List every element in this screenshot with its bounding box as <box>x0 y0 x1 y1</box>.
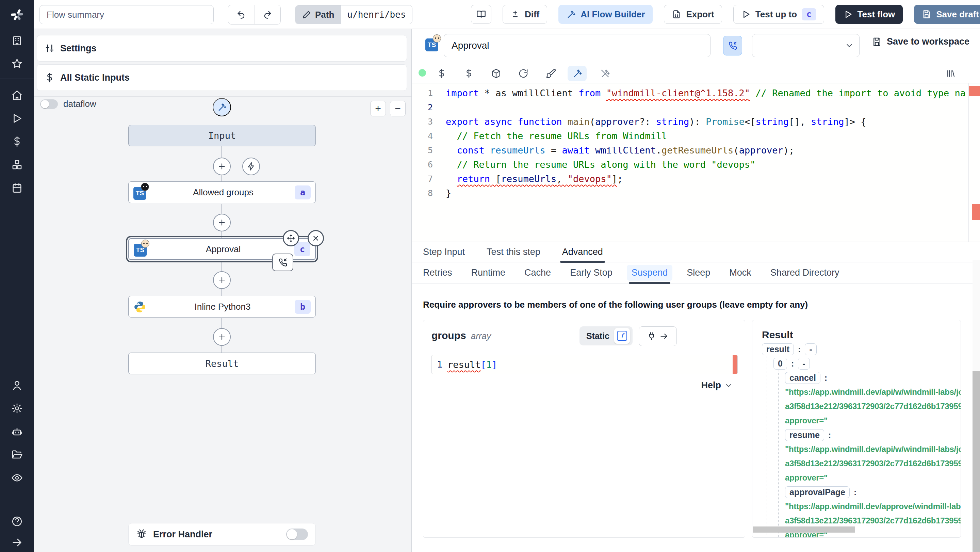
help-expander[interactable]: Help <box>701 380 733 391</box>
add-step-button[interactable] <box>213 271 231 289</box>
ai-flow-builder-button[interactable]: AI Flow Builder <box>558 5 653 24</box>
error-handler-toggle[interactable] <box>286 528 308 540</box>
result-horizontal-scrollbar[interactable] <box>753 527 855 533</box>
dataflow-toggle[interactable] <box>40 99 58 109</box>
help-circle-icon[interactable] <box>0 510 34 533</box>
move-step-button[interactable] <box>283 230 299 247</box>
ai-wand-off-icon[interactable] <box>595 66 614 81</box>
suspend-phone-indicator[interactable] <box>272 253 293 271</box>
code-line[interactable]: 8} <box>412 186 980 200</box>
subtab-retries[interactable]: Retries <box>423 262 452 283</box>
docs-button[interactable] <box>471 5 492 24</box>
all-static-inputs-button[interactable]: All Static Inputs <box>37 64 407 91</box>
collapse-button[interactable]: - <box>798 358 810 370</box>
json-key[interactable]: 0 <box>773 358 787 370</box>
path-value[interactable]: u/henri/bes <box>341 5 412 24</box>
code-line[interactable]: 1import * as wmillClient from "windmill-… <box>412 86 980 100</box>
subtab-shared-directory[interactable]: Shared Directory <box>770 262 840 283</box>
redo-button[interactable] <box>254 5 280 24</box>
expand-arrow-right-icon[interactable] <box>0 533 34 552</box>
function-mode-button[interactable]: f <box>614 328 630 344</box>
subtab-mock[interactable]: Mock <box>729 262 751 283</box>
code-editor[interactable]: 1import * as wmillClient from "windmill-… <box>412 83 980 242</box>
zoom-in-button[interactable]: + <box>370 101 386 116</box>
resources-dollar-icon[interactable] <box>460 66 479 81</box>
save-to-workspace-button[interactable]: Save to workspace <box>872 37 969 47</box>
tab-advanced[interactable]: Advanced <box>562 242 603 262</box>
graph-node-input[interactable]: Input <box>128 125 316 146</box>
test-up-to-button[interactable]: Test up to c <box>733 5 824 24</box>
phone-incoming-icon <box>728 41 737 50</box>
flow-settings-button[interactable]: Settings <box>37 35 407 62</box>
suspend-phone-button[interactable] <box>723 36 742 56</box>
code-line[interactable]: 5 const resumeUrls = await wmillClient.g… <box>412 143 980 157</box>
favorites-star-icon[interactable] <box>0 52 34 75</box>
code-token <box>446 157 457 172</box>
flow-summary-input[interactable] <box>40 5 214 24</box>
schedules-calendar-icon[interactable] <box>0 176 34 199</box>
json-key[interactable]: cancel <box>785 372 821 384</box>
variables-dollar-icon[interactable] <box>0 130 34 153</box>
workspace-building-icon[interactable] <box>0 29 34 52</box>
json-key[interactable]: approvalPage <box>785 486 850 498</box>
code-line[interactable]: 6 // Return the resume URLs along with t… <box>412 157 980 172</box>
panel-vertical-scrollbar[interactable] <box>972 260 980 552</box>
static-mode-toggle[interactable]: Static f <box>579 326 633 345</box>
line-number: 5 <box>412 143 433 157</box>
code-line[interactable]: 7 return [resumeUrls, "devops"]; <box>412 172 980 186</box>
trigger-zap-button[interactable] <box>242 157 260 175</box>
path-control[interactable]: Path u/henri/bes <box>295 5 412 24</box>
tab-step-input[interactable]: Step Input <box>423 242 465 262</box>
subtab-sleep[interactable]: Sleep <box>687 262 710 283</box>
variables-dollar-icon[interactable] <box>432 66 451 81</box>
ai-assist-wand-icon[interactable] <box>568 66 587 81</box>
code-line[interactable]: 2 <box>412 100 980 115</box>
code-token: ?: <box>640 115 656 129</box>
zoom-out-button[interactable]: − <box>390 101 406 116</box>
template-select[interactable] <box>752 34 859 57</box>
library-icon[interactable] <box>941 66 960 81</box>
save-draft-button[interactable]: Save draft <box>914 5 980 24</box>
json-key[interactable]: result <box>762 344 794 355</box>
subtab-runtime[interactable]: Runtime <box>471 262 506 283</box>
connect-plug-button[interactable] <box>639 326 677 346</box>
undo-button[interactable] <box>228 5 254 24</box>
step-name-input[interactable] <box>444 34 711 57</box>
subtab-cache[interactable]: Cache <box>524 262 551 283</box>
add-step-button[interactable] <box>213 157 231 175</box>
graph-node-allowed-groups[interactable]: TS Allowed groups a <box>128 181 316 203</box>
resources-boxes-icon[interactable] <box>0 153 34 176</box>
runs-play-icon[interactable] <box>0 107 34 130</box>
collapse-button[interactable]: - <box>805 344 816 355</box>
user-icon[interactable] <box>0 374 34 397</box>
groups-expression-editor[interactable]: 1 result[1] <box>431 355 738 374</box>
format-brush-icon[interactable] <box>541 66 560 81</box>
test-flow-button[interactable]: Test flow <box>835 5 903 24</box>
workers-bot-icon[interactable] <box>0 420 34 443</box>
delete-step-button[interactable] <box>308 230 324 247</box>
graph-node-result[interactable]: Result <box>128 353 316 374</box>
home-icon[interactable] <box>0 84 34 107</box>
audit-eye-icon[interactable] <box>0 466 34 489</box>
error-handler-label: Error Handler <box>153 529 280 540</box>
subtab-early-stop[interactable]: Early Stop <box>570 262 612 283</box>
path-chip[interactable]: Path <box>295 5 341 24</box>
windmill-logo[interactable] <box>0 0 34 29</box>
settings-gear-icon[interactable] <box>0 397 34 420</box>
code-line[interactable]: 3export async function main(approver?: s… <box>412 115 980 129</box>
expression-code[interactable]: result[1] <box>447 360 497 370</box>
subtab-suspend[interactable]: Suspend <box>632 262 668 283</box>
step-avatar <box>141 183 149 191</box>
json-key[interactable]: resume <box>785 429 824 441</box>
package-icon[interactable] <box>487 66 506 81</box>
graph-node-inline-python3[interactable]: Inline Python3 b <box>128 296 316 318</box>
code-line[interactable]: 4 // Fetch the resume URLs from Windmill <box>412 129 980 143</box>
export-button[interactable]: Export <box>664 5 722 24</box>
folders-icon[interactable] <box>0 443 34 466</box>
add-step-button[interactable] <box>213 214 231 231</box>
graph-ai-wand-button[interactable] <box>213 98 231 116</box>
reload-icon[interactable] <box>514 66 533 81</box>
tab-test-this-step[interactable]: Test this step <box>487 242 540 262</box>
add-step-button[interactable] <box>213 328 231 346</box>
diff-button[interactable]: Diff <box>503 5 547 24</box>
